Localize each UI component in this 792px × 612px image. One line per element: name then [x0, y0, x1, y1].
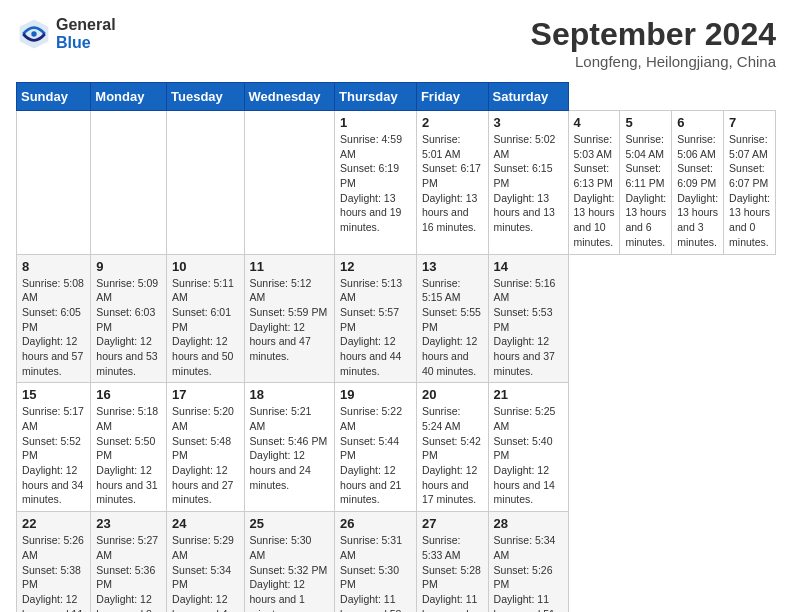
- day-number: 18: [250, 387, 330, 402]
- day-info: Sunrise: 5:26 AMSunset: 5:38 PMDaylight:…: [22, 533, 85, 612]
- day-info: Sunrise: 5:08 AMSunset: 6:05 PMDaylight:…: [22, 276, 85, 379]
- day-info: Sunrise: 5:09 AMSunset: 6:03 PMDaylight:…: [96, 276, 161, 379]
- calendar-cell: 28Sunrise: 5:34 AMSunset: 5:26 PMDayligh…: [488, 512, 568, 612]
- day-number: 11: [250, 259, 330, 274]
- day-number: 8: [22, 259, 85, 274]
- calendar-cell: 2Sunrise: 5:01 AMSunset: 6:17 PMDaylight…: [416, 111, 488, 255]
- day-info: Sunrise: 5:33 AMSunset: 5:28 PMDaylight:…: [422, 533, 483, 612]
- day-number: 10: [172, 259, 238, 274]
- day-number: 14: [494, 259, 563, 274]
- day-number: 20: [422, 387, 483, 402]
- svg-point-1: [31, 31, 36, 36]
- calendar-cell: 17Sunrise: 5:20 AMSunset: 5:48 PMDayligh…: [167, 383, 244, 512]
- logo-icon: [16, 16, 52, 52]
- calendar-cell: 5Sunrise: 5:04 AMSunset: 6:11 PMDaylight…: [620, 111, 672, 255]
- day-number: 12: [340, 259, 411, 274]
- calendar-cell: 10Sunrise: 5:11 AMSunset: 6:01 PMDayligh…: [167, 254, 244, 383]
- weekday-header: Monday: [91, 83, 167, 111]
- calendar-cell: 23Sunrise: 5:27 AMSunset: 5:36 PMDayligh…: [91, 512, 167, 612]
- calendar-cell: 4Sunrise: 5:03 AMSunset: 6:13 PMDaylight…: [568, 111, 620, 255]
- calendar-cell: 6Sunrise: 5:06 AMSunset: 6:09 PMDaylight…: [672, 111, 724, 255]
- calendar-cell: 11Sunrise: 5:12 AMSunset: 5:59 PMDayligh…: [244, 254, 335, 383]
- calendar-cell: 20Sunrise: 5:24 AMSunset: 5:42 PMDayligh…: [416, 383, 488, 512]
- day-number: 25: [250, 516, 330, 531]
- logo-text: General Blue: [56, 16, 116, 52]
- day-number: 5: [625, 115, 666, 130]
- calendar-cell: [167, 111, 244, 255]
- day-info: Sunrise: 5:34 AMSunset: 5:26 PMDaylight:…: [494, 533, 563, 612]
- day-number: 28: [494, 516, 563, 531]
- calendar-cell: 26Sunrise: 5:31 AMSunset: 5:30 PMDayligh…: [335, 512, 417, 612]
- day-number: 26: [340, 516, 411, 531]
- day-number: 9: [96, 259, 161, 274]
- weekday-header: Sunday: [17, 83, 91, 111]
- page-header: General Blue September 2024 Longfeng, He…: [16, 16, 776, 70]
- day-info: Sunrise: 5:22 AMSunset: 5:44 PMDaylight:…: [340, 404, 411, 507]
- day-info: Sunrise: 5:29 AMSunset: 5:34 PMDaylight:…: [172, 533, 238, 612]
- calendar-cell: 21Sunrise: 5:25 AMSunset: 5:40 PMDayligh…: [488, 383, 568, 512]
- calendar-cell: [244, 111, 335, 255]
- day-info: Sunrise: 5:24 AMSunset: 5:42 PMDaylight:…: [422, 404, 483, 507]
- calendar-cell: 19Sunrise: 5:22 AMSunset: 5:44 PMDayligh…: [335, 383, 417, 512]
- calendar-week-row: 22Sunrise: 5:26 AMSunset: 5:38 PMDayligh…: [17, 512, 776, 612]
- weekday-header: Friday: [416, 83, 488, 111]
- calendar-cell: 7Sunrise: 5:07 AMSunset: 6:07 PMDaylight…: [724, 111, 776, 255]
- weekday-header: Saturday: [488, 83, 568, 111]
- day-info: Sunrise: 5:21 AMSunset: 5:46 PMDaylight:…: [250, 404, 330, 492]
- calendar-cell: 25Sunrise: 5:30 AMSunset: 5:32 PMDayligh…: [244, 512, 335, 612]
- calendar-cell: 3Sunrise: 5:02 AMSunset: 6:15 PMDaylight…: [488, 111, 568, 255]
- day-info: Sunrise: 5:16 AMSunset: 5:53 PMDaylight:…: [494, 276, 563, 379]
- day-number: 27: [422, 516, 483, 531]
- day-info: Sunrise: 5:27 AMSunset: 5:36 PMDaylight:…: [96, 533, 161, 612]
- day-info: Sunrise: 5:01 AMSunset: 6:17 PMDaylight:…: [422, 132, 483, 235]
- calendar-cell: 27Sunrise: 5:33 AMSunset: 5:28 PMDayligh…: [416, 512, 488, 612]
- day-info: Sunrise: 5:03 AMSunset: 6:13 PMDaylight:…: [574, 132, 615, 250]
- day-number: 19: [340, 387, 411, 402]
- day-number: 4: [574, 115, 615, 130]
- calendar-table: SundayMondayTuesdayWednesdayThursdayFrid…: [16, 82, 776, 612]
- calendar-cell: 9Sunrise: 5:09 AMSunset: 6:03 PMDaylight…: [91, 254, 167, 383]
- day-number: 17: [172, 387, 238, 402]
- calendar-cell: 8Sunrise: 5:08 AMSunset: 6:05 PMDaylight…: [17, 254, 91, 383]
- day-info: Sunrise: 5:30 AMSunset: 5:32 PMDaylight:…: [250, 533, 330, 612]
- weekday-header: Thursday: [335, 83, 417, 111]
- day-number: 15: [22, 387, 85, 402]
- day-number: 16: [96, 387, 161, 402]
- day-number: 1: [340, 115, 411, 130]
- day-info: Sunrise: 5:11 AMSunset: 6:01 PMDaylight:…: [172, 276, 238, 379]
- day-number: 7: [729, 115, 770, 130]
- day-info: Sunrise: 5:18 AMSunset: 5:50 PMDaylight:…: [96, 404, 161, 507]
- calendar-cell: 1Sunrise: 4:59 AMSunset: 6:19 PMDaylight…: [335, 111, 417, 255]
- day-number: 2: [422, 115, 483, 130]
- day-info: Sunrise: 5:25 AMSunset: 5:40 PMDaylight:…: [494, 404, 563, 507]
- day-info: Sunrise: 5:20 AMSunset: 5:48 PMDaylight:…: [172, 404, 238, 507]
- calendar-cell: 24Sunrise: 5:29 AMSunset: 5:34 PMDayligh…: [167, 512, 244, 612]
- day-info: Sunrise: 5:17 AMSunset: 5:52 PMDaylight:…: [22, 404, 85, 507]
- day-info: Sunrise: 5:15 AMSunset: 5:55 PMDaylight:…: [422, 276, 483, 379]
- day-info: Sunrise: 5:02 AMSunset: 6:15 PMDaylight:…: [494, 132, 563, 235]
- calendar-cell: [17, 111, 91, 255]
- day-number: 13: [422, 259, 483, 274]
- calendar-week-row: 15Sunrise: 5:17 AMSunset: 5:52 PMDayligh…: [17, 383, 776, 512]
- day-number: 21: [494, 387, 563, 402]
- day-number: 6: [677, 115, 718, 130]
- day-number: 24: [172, 516, 238, 531]
- day-info: Sunrise: 5:12 AMSunset: 5:59 PMDaylight:…: [250, 276, 330, 364]
- calendar-cell: 12Sunrise: 5:13 AMSunset: 5:57 PMDayligh…: [335, 254, 417, 383]
- logo: General Blue: [16, 16, 116, 52]
- day-info: Sunrise: 5:31 AMSunset: 5:30 PMDaylight:…: [340, 533, 411, 612]
- calendar-cell: 16Sunrise: 5:18 AMSunset: 5:50 PMDayligh…: [91, 383, 167, 512]
- day-info: Sunrise: 5:04 AMSunset: 6:11 PMDaylight:…: [625, 132, 666, 250]
- calendar-cell: 13Sunrise: 5:15 AMSunset: 5:55 PMDayligh…: [416, 254, 488, 383]
- weekday-header: Wednesday: [244, 83, 335, 111]
- day-info: Sunrise: 5:06 AMSunset: 6:09 PMDaylight:…: [677, 132, 718, 250]
- month-title: September 2024: [531, 16, 776, 53]
- calendar-cell: 18Sunrise: 5:21 AMSunset: 5:46 PMDayligh…: [244, 383, 335, 512]
- title-block: September 2024 Longfeng, Heilongjiang, C…: [531, 16, 776, 70]
- day-number: 3: [494, 115, 563, 130]
- day-info: Sunrise: 5:07 AMSunset: 6:07 PMDaylight:…: [729, 132, 770, 250]
- day-number: 23: [96, 516, 161, 531]
- calendar-cell: 14Sunrise: 5:16 AMSunset: 5:53 PMDayligh…: [488, 254, 568, 383]
- location: Longfeng, Heilongjiang, China: [531, 53, 776, 70]
- day-info: Sunrise: 4:59 AMSunset: 6:19 PMDaylight:…: [340, 132, 411, 235]
